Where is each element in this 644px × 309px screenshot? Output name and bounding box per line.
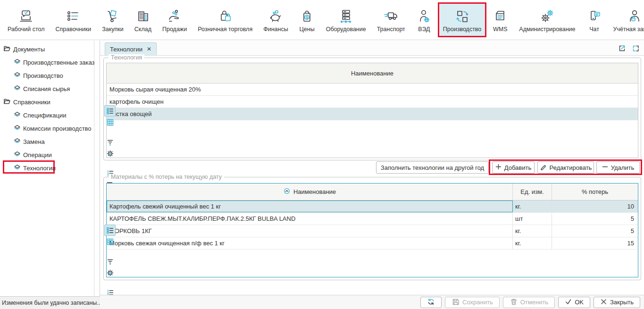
technology-row-selected[interactable]: чистка овощей	[107, 108, 638, 120]
save-button[interactable]: Сохранить	[445, 297, 500, 308]
materials-group-label: Материалы с % потерь на текущую дату	[109, 174, 224, 180]
main-panel: Технологии ✕ Технология Наименование Мор…	[100, 41, 644, 309]
diamond-icon	[14, 138, 20, 145]
ribbon-item-purchases[interactable]: Закупки	[97, 2, 129, 37]
ribbon-item-label: Рабочий стол	[8, 26, 44, 33]
tree-item-technologies[interactable]: Технологии	[0, 161, 94, 175]
tree-item-production-orders[interactable]: Производственные заказы	[0, 56, 94, 69]
edit-button[interactable]: Редактировать	[537, 161, 594, 174]
ribbon-item-catalog[interactable]: Справочники	[50, 2, 96, 37]
materials-row[interactable]: КАРТОФЕЛЬ СВЕЖ.МЫТ.КАЛИБР.ПЕРФ.ПАК.2.5КГ…	[107, 213, 638, 225]
tree-group-documents[interactable]: Документы	[0, 42, 94, 56]
diamond-icon	[14, 151, 20, 159]
materials-table: Наименование Ед. изм. % потерь Картофель…	[106, 183, 638, 277]
tab-close-icon[interactable]: ✕	[147, 46, 151, 52]
diamond-icon	[14, 85, 20, 92]
account-icon	[627, 7, 643, 25]
diamond-icon	[14, 165, 20, 172]
foreign-trade-icon	[416, 7, 432, 25]
materials-header-row: Наименование Ед. изм. % потерь	[107, 184, 638, 200]
technology-column-header[interactable]: Наименование	[107, 63, 638, 84]
filter-icon[interactable]	[104, 256, 116, 267]
tab-technologies[interactable]: Технологии ✕	[105, 42, 157, 55]
diamond-icon	[14, 125, 20, 132]
materials-row-selected[interactable]: Картофель свежий очищенный вес 1 кг кг. …	[107, 200, 638, 213]
tree-item-replacement[interactable]: Замена	[0, 135, 94, 148]
cancel-button[interactable]: Отменить	[503, 297, 555, 308]
close-button[interactable]: Закрыть	[594, 297, 640, 308]
open-in-window-icon[interactable]	[617, 43, 627, 53]
ok-button[interactable]: OK	[558, 297, 590, 308]
tab-label: Технологии	[110, 46, 142, 53]
minus-icon	[602, 164, 608, 171]
sort-ascending-icon	[283, 187, 291, 196]
tree-item-production-commissions[interactable]: Комиссии производство	[0, 122, 94, 135]
materials-row[interactable]: Морковь свежая очищенная п/ф вес 1 кг кг…	[107, 237, 638, 250]
ribbon-item-warehouse[interactable]: Склад	[129, 2, 157, 37]
settings-icon[interactable]	[104, 267, 116, 278]
refresh-button[interactable]	[420, 297, 442, 308]
sales-icon	[167, 7, 183, 25]
ribbon-item-foreign-trade[interactable]: ВЭД	[411, 2, 437, 37]
pencil-icon	[540, 163, 547, 172]
fill-technologies-year-button[interactable]: Заполнить технологии на другой год	[376, 161, 489, 174]
close-x-icon	[600, 298, 607, 307]
filter-icon[interactable]	[104, 136, 116, 148]
technology-table: Наименование Морковь сырая очищенная 20%…	[106, 63, 638, 158]
check-icon	[565, 298, 572, 307]
ribbon-item-label: Оборудование	[326, 26, 366, 33]
materials-column-name[interactable]: Наименование	[107, 184, 513, 200]
tree-item-production[interactable]: Производство	[0, 69, 94, 82]
svg-text:$: $	[305, 15, 308, 20]
ribbon-item-administration[interactable]: Администрирование	[514, 2, 580, 37]
sidebar-scrollbar-gutter[interactable]	[94, 41, 100, 296]
ribbon-item-wms[interactable]: WMS	[487, 2, 513, 37]
tree-item-label: Операции	[23, 151, 52, 159]
list-view-icon[interactable]	[104, 225, 116, 236]
ribbon-item-label: Администрирование	[519, 26, 575, 33]
grid-view-icon[interactable]	[104, 117, 116, 128]
tree-item-label: Производство	[23, 72, 63, 79]
delete-button[interactable]: Удалить	[596, 161, 640, 174]
list-view-icon[interactable]	[104, 105, 116, 117]
ribbon-item-transport[interactable]: Транспорт	[372, 2, 410, 37]
ribbon-item-label: Цены	[300, 26, 315, 33]
diamond-icon	[14, 112, 20, 119]
ribbon-item-retail[interactable]: Розничная торговля	[192, 2, 258, 37]
technology-row[interactable]: картофель очищен	[107, 96, 638, 108]
ribbon-item-label: WMS	[493, 26, 508, 33]
ribbon-item-label: Финансы	[263, 26, 288, 33]
ribbon-item-desktop[interactable]: Рабочий стол	[2, 2, 50, 37]
add-button[interactable]: Добавить	[492, 161, 535, 174]
tree-group-references[interactable]: Справочники	[0, 95, 94, 109]
retail-icon	[217, 7, 233, 25]
tree-item-label: Спецификации	[23, 112, 67, 119]
navigation-tree: Документы Производственные заказы Произв…	[0, 41, 94, 296]
technology-group-label: Технология	[109, 54, 144, 61]
tree-item-specifications[interactable]: Спецификации	[0, 109, 94, 122]
desktop-icon	[18, 7, 34, 25]
folder-icon	[4, 99, 10, 106]
ribbon-item-chat[interactable]: Чат	[581, 2, 608, 37]
folder-icon	[4, 46, 10, 53]
technology-row[interactable]: Морковь сырая очищенная 20%	[107, 84, 638, 96]
catalog-icon	[65, 7, 81, 25]
materials-column-loss[interactable]: % потерь	[552, 184, 638, 200]
ribbon-item-account[interactable]: Учётная запись	[608, 2, 644, 37]
settings-icon[interactable]	[104, 148, 116, 159]
ribbon-item-sales[interactable]: Продажи	[157, 2, 192, 37]
grid-view-icon[interactable]	[104, 236, 116, 247]
tree-item-operations[interactable]: Операции	[0, 148, 94, 161]
ribbon-item-production[interactable]: Производство	[438, 2, 487, 37]
tab-bar: Технологии ✕	[100, 41, 644, 56]
ribbon-item-label: Чат	[589, 26, 599, 33]
materials-column-unit[interactable]: Ед. изм.	[513, 184, 552, 200]
tree-item-raw-writeoffs[interactable]: Списания сырья	[0, 82, 94, 95]
ribbon-item-prices[interactable]: $ Цены	[294, 2, 320, 37]
chat-icon	[586, 7, 602, 25]
materials-row[interactable]: МОРКОВЬ 1КГ кг. 5	[107, 225, 638, 237]
fullscreen-icon[interactable]	[631, 43, 640, 53]
ribbon-item-equipment[interactable]: Оборудование	[321, 2, 371, 37]
ribbon-item-finance[interactable]: Финансы	[258, 2, 293, 37]
ribbon-item-label: Справочники	[55, 26, 91, 33]
